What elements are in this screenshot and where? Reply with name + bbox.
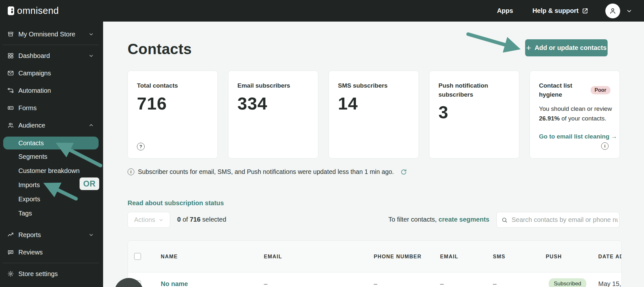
sidebar-item-my-omnisend-store[interactable]: My Omnisend Store xyxy=(0,25,103,43)
sidebar-item-dashboard[interactable]: Dashboard xyxy=(0,47,103,64)
sidebar-item-segments[interactable]: Segments xyxy=(0,149,103,164)
card-label: SMS subscribers xyxy=(338,81,409,90)
sidebar-item-label: Reviews xyxy=(18,249,43,256)
cell-date-added: May 15, xyxy=(598,273,621,287)
search-icon xyxy=(501,217,508,224)
help-support-link[interactable]: Help & support xyxy=(533,7,589,14)
reviews-icon xyxy=(7,249,14,256)
card-push-subscribers: Push notification subscribers 3 xyxy=(429,71,519,158)
sidebar-item-forms[interactable]: Forms xyxy=(0,99,103,117)
omnisend-logo-icon xyxy=(8,6,14,15)
sidebar-item-audience[interactable]: Audience xyxy=(0,117,103,134)
cell-email-status: – xyxy=(440,273,444,287)
actions-dropdown-button[interactable]: Actions xyxy=(128,212,170,228)
cell-sms-status: – xyxy=(493,273,496,287)
sidebar-item-exports[interactable]: Exports xyxy=(0,192,103,206)
sidebar-item-label: Segments xyxy=(18,153,47,160)
plus-icon: + xyxy=(526,43,531,52)
topbar: omnisend Apps Help & support xyxy=(0,0,644,22)
user-avatar[interactable] xyxy=(605,4,620,18)
question-icon[interactable]: ? xyxy=(137,143,145,150)
actions-label: Actions xyxy=(134,216,155,224)
gear-icon xyxy=(7,270,14,277)
search-input[interactable] xyxy=(512,212,618,227)
or-annotation-badge: OR xyxy=(80,177,99,190)
sidebar-divider xyxy=(3,45,99,45)
sidebar-item-contacts[interactable]: Contacts xyxy=(3,137,99,149)
sidebar-item-campaigns[interactable]: Campaigns xyxy=(0,64,103,82)
sidebar-item-tags[interactable]: Tags xyxy=(0,206,103,220)
select-all-checkbox[interactable] xyxy=(134,253,141,260)
card-total-contacts: Total contacts 716 ? xyxy=(128,71,218,158)
contact-name-link[interactable]: No name xyxy=(161,280,188,287)
omnisend-logo-text: omnisend xyxy=(17,5,59,16)
hygiene-status-badge: Poor xyxy=(591,86,610,94)
email-list-cleaning-link[interactable]: Go to email list cleaning → xyxy=(539,133,617,140)
omnisend-logo[interactable]: omnisend xyxy=(8,5,59,16)
sidebar-item-label: My Omnisend Store xyxy=(18,31,75,38)
hygiene-text: You should clean or review 26.91% of you… xyxy=(539,104,615,123)
cell-email: – xyxy=(264,273,267,287)
sidebar-item-label: Imports xyxy=(18,181,40,189)
sidebar-item-store-settings[interactable]: Store settings xyxy=(0,265,103,282)
card-label: Total contacts xyxy=(137,81,208,90)
add-or-update-contacts-button[interactable]: + Add or update contacts xyxy=(525,39,608,56)
page-title: Contacts xyxy=(128,40,192,58)
sidebar-divider xyxy=(3,263,99,263)
info-icon[interactable]: i xyxy=(601,142,609,150)
card-value: 716 xyxy=(137,93,208,113)
apps-link[interactable]: Apps xyxy=(497,7,513,14)
chevron-down-icon xyxy=(88,31,94,37)
sidebar-item-label: Reports xyxy=(18,231,41,239)
column-header-email: EMAIL xyxy=(264,241,282,273)
info-icon: i xyxy=(128,168,134,175)
card-value: 334 xyxy=(237,93,309,113)
stats-cards-row: Total contacts 716 ? Email subscribers 3… xyxy=(128,71,620,158)
forms-icon xyxy=(7,104,14,111)
chevron-down-icon xyxy=(88,53,94,59)
automation-flow-icon xyxy=(7,87,14,94)
table-header-row: NAME EMAIL PHONE NUMBER EMAIL SMS PUSH D… xyxy=(128,241,621,273)
sidebar: My Omnisend Store Dashboard Campaigns Au… xyxy=(0,22,103,287)
mail-icon xyxy=(7,70,14,77)
sidebar-item-reports[interactable]: Reports xyxy=(0,226,103,244)
column-header-phone: PHONE NUMBER xyxy=(374,241,421,273)
sidebar-item-label: Automation xyxy=(18,87,51,94)
sidebar-item-label: Store settings xyxy=(18,270,58,278)
chevron-down-icon xyxy=(88,232,94,238)
account-menu-chevron[interactable] xyxy=(626,8,632,14)
read-subscription-status-link[interactable]: Read about subscription status xyxy=(128,199,224,207)
create-segments-link[interactable]: create segments xyxy=(438,216,489,223)
main-content: Contacts + Add or update contacts Total … xyxy=(103,22,644,287)
chevron-up-icon xyxy=(88,122,94,128)
external-link-icon xyxy=(582,7,589,14)
sidebar-item-reviews[interactable]: Reviews xyxy=(0,244,103,261)
card-value: 3 xyxy=(438,102,510,122)
sidebar-item-customer-breakdown[interactable]: Customer breakdown xyxy=(0,164,103,178)
card-contact-list-hygiene: Contact list hygiene Poor You should cle… xyxy=(530,71,620,158)
add-button-label: Add or update contacts xyxy=(534,44,606,52)
column-header-date-added: DATE ADDED xyxy=(598,241,622,273)
sidebar-item-label: Customer breakdown xyxy=(18,167,80,175)
sidebar-item-label: Audience xyxy=(18,122,45,129)
column-header-sms: SMS xyxy=(493,241,505,273)
table-row[interactable]: No name – – – – Subscribed May 15, xyxy=(128,273,621,287)
card-label: Contact list hygiene xyxy=(539,81,587,99)
sidebar-item-automation[interactable]: Automation xyxy=(0,82,103,99)
column-header-name: NAME xyxy=(161,241,178,273)
sidebar-item-label: Dashboard xyxy=(18,52,50,60)
refresh-icon[interactable] xyxy=(400,168,407,176)
cell-phone: – xyxy=(374,273,377,287)
contacts-table: NAME EMAIL PHONE NUMBER EMAIL SMS PUSH D… xyxy=(128,240,622,287)
sidebar-item-label: Forms xyxy=(18,104,37,112)
search-box xyxy=(496,212,620,228)
audience-icon xyxy=(7,122,14,129)
sidebar-item-label: Exports xyxy=(18,196,40,203)
user-icon xyxy=(609,7,617,15)
card-email-subscribers: Email subscribers 334 xyxy=(228,71,318,158)
chevron-down-icon xyxy=(159,217,164,223)
chevron-down-icon xyxy=(626,8,632,14)
reports-trend-icon xyxy=(7,231,14,238)
sidebar-item-label: Tags xyxy=(18,210,32,217)
filter-hint: To filter contacts, create segments xyxy=(389,216,490,223)
